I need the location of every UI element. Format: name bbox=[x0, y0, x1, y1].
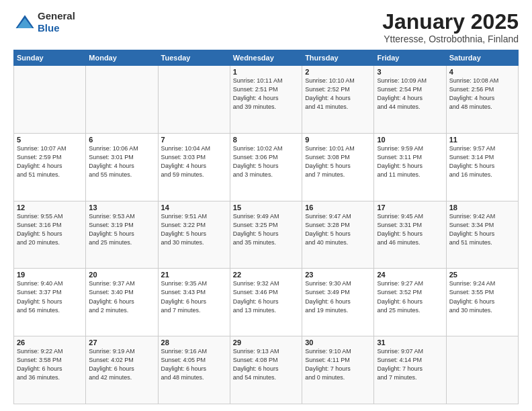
day-detail: Sunrise: 9:45 AM Sunset: 3:31 PM Dayligh… bbox=[377, 212, 443, 247]
day-detail: Sunrise: 9:10 AM Sunset: 4:11 PM Dayligh… bbox=[305, 347, 371, 382]
day-detail: Sunrise: 9:55 AM Sunset: 3:16 PM Dayligh… bbox=[17, 212, 83, 247]
col-thursday: Thursday bbox=[302, 50, 374, 66]
day-detail: Sunrise: 9:30 AM Sunset: 3:49 PM Dayligh… bbox=[305, 279, 371, 314]
calendar-week-row: 12Sunrise: 9:55 AM Sunset: 3:16 PM Dayli… bbox=[14, 201, 519, 269]
calendar-subtitle: Ytteresse, Ostrobothnia, Finland bbox=[382, 34, 519, 44]
logo: General Blue bbox=[13, 10, 75, 34]
table-cell: 25Sunrise: 9:24 AM Sunset: 3:55 PM Dayli… bbox=[446, 269, 518, 336]
day-detail: Sunrise: 9:37 AM Sunset: 3:40 PM Dayligh… bbox=[89, 279, 154, 314]
logo-general: General bbox=[38, 10, 75, 21]
day-detail: Sunrise: 10:08 AM Sunset: 2:56 PM Daylig… bbox=[449, 77, 515, 111]
day-detail: Sunrise: 9:49 AM Sunset: 3:25 PM Dayligh… bbox=[233, 212, 299, 247]
day-number: 25 bbox=[449, 271, 515, 279]
table-cell: 2Sunrise: 10:10 AM Sunset: 2:52 PM Dayli… bbox=[302, 66, 374, 134]
day-number: 16 bbox=[305, 203, 371, 212]
calendar-header-row: Sunday Monday Tuesday Wednesday Thursday… bbox=[14, 50, 519, 66]
table-cell: 26Sunrise: 9:22 AM Sunset: 3:58 PM Dayli… bbox=[14, 336, 86, 404]
day-detail: Sunrise: 9:59 AM Sunset: 3:11 PM Dayligh… bbox=[377, 144, 443, 179]
table-cell: 23Sunrise: 9:30 AM Sunset: 3:49 PM Dayli… bbox=[302, 269, 374, 336]
calendar-week-row: 26Sunrise: 9:22 AM Sunset: 3:58 PM Dayli… bbox=[14, 336, 519, 404]
day-detail: Sunrise: 9:57 AM Sunset: 3:14 PM Dayligh… bbox=[449, 144, 515, 179]
day-number: 30 bbox=[305, 338, 371, 347]
col-saturday: Saturday bbox=[446, 50, 518, 66]
day-number: 2 bbox=[305, 68, 371, 76]
day-detail: Sunrise: 9:35 AM Sunset: 3:43 PM Dayligh… bbox=[161, 279, 227, 314]
day-number: 22 bbox=[233, 271, 299, 279]
table-cell: 8Sunrise: 10:02 AM Sunset: 3:06 PM Dayli… bbox=[230, 133, 302, 201]
table-cell bbox=[446, 336, 518, 404]
calendar-table: Sunday Monday Tuesday Wednesday Thursday… bbox=[13, 50, 519, 404]
col-tuesday: Tuesday bbox=[158, 50, 230, 66]
table-cell: 31Sunrise: 9:07 AM Sunset: 4:14 PM Dayli… bbox=[374, 336, 446, 404]
day-number: 14 bbox=[161, 203, 227, 212]
table-cell: 19Sunrise: 9:40 AM Sunset: 3:37 PM Dayli… bbox=[14, 269, 86, 336]
day-number: 13 bbox=[89, 203, 154, 212]
calendar-week-row: 5Sunrise: 10:07 AM Sunset: 2:59 PM Dayli… bbox=[14, 133, 519, 201]
table-cell: 12Sunrise: 9:55 AM Sunset: 3:16 PM Dayli… bbox=[14, 201, 86, 269]
day-number: 24 bbox=[377, 271, 443, 279]
logo-icon bbox=[15, 14, 35, 30]
day-detail: Sunrise: 9:42 AM Sunset: 3:34 PM Dayligh… bbox=[449, 212, 515, 247]
day-detail: Sunrise: 10:09 AM Sunset: 2:54 PM Daylig… bbox=[377, 77, 443, 111]
day-number: 11 bbox=[449, 136, 515, 144]
day-number: 12 bbox=[17, 203, 83, 212]
table-cell: 29Sunrise: 9:13 AM Sunset: 4:08 PM Dayli… bbox=[230, 336, 302, 404]
day-detail: Sunrise: 10:01 AM Sunset: 3:08 PM Daylig… bbox=[305, 144, 371, 179]
table-cell: 28Sunrise: 9:16 AM Sunset: 4:05 PM Dayli… bbox=[158, 336, 230, 404]
table-cell: 17Sunrise: 9:45 AM Sunset: 3:31 PM Dayli… bbox=[374, 201, 446, 269]
table-cell: 5Sunrise: 10:07 AM Sunset: 2:59 PM Dayli… bbox=[14, 133, 86, 201]
day-detail: Sunrise: 10:04 AM Sunset: 3:03 PM Daylig… bbox=[161, 144, 227, 179]
day-number: 28 bbox=[161, 338, 227, 347]
day-detail: Sunrise: 10:07 AM Sunset: 2:59 PM Daylig… bbox=[17, 144, 83, 179]
day-detail: Sunrise: 9:40 AM Sunset: 3:37 PM Dayligh… bbox=[17, 279, 83, 314]
day-detail: Sunrise: 10:10 AM Sunset: 2:52 PM Daylig… bbox=[305, 77, 371, 111]
page: General Blue January 2025 Ytteresse, Ost… bbox=[0, 0, 532, 411]
col-monday: Monday bbox=[86, 50, 158, 66]
day-number: 8 bbox=[233, 136, 299, 144]
day-number: 3 bbox=[377, 68, 443, 76]
calendar-week-row: 19Sunrise: 9:40 AM Sunset: 3:37 PM Dayli… bbox=[14, 269, 519, 336]
day-number: 1 bbox=[233, 68, 299, 76]
table-cell bbox=[86, 66, 158, 134]
col-wednesday: Wednesday bbox=[230, 50, 302, 66]
col-sunday: Sunday bbox=[14, 50, 86, 66]
table-cell: 30Sunrise: 9:10 AM Sunset: 4:11 PM Dayli… bbox=[302, 336, 374, 404]
day-number: 27 bbox=[89, 338, 154, 347]
day-number: 6 bbox=[89, 136, 154, 144]
day-detail: Sunrise: 9:07 AM Sunset: 4:14 PM Dayligh… bbox=[377, 347, 443, 382]
day-number: 20 bbox=[89, 271, 154, 279]
table-cell: 3Sunrise: 10:09 AM Sunset: 2:54 PM Dayli… bbox=[374, 66, 446, 134]
table-cell: 7Sunrise: 10:04 AM Sunset: 3:03 PM Dayli… bbox=[158, 133, 230, 201]
table-cell: 15Sunrise: 9:49 AM Sunset: 3:25 PM Dayli… bbox=[230, 201, 302, 269]
table-cell: 14Sunrise: 9:51 AM Sunset: 3:22 PM Dayli… bbox=[158, 201, 230, 269]
col-friday: Friday bbox=[374, 50, 446, 66]
day-detail: Sunrise: 9:13 AM Sunset: 4:08 PM Dayligh… bbox=[233, 347, 299, 382]
day-number: 26 bbox=[17, 338, 83, 347]
day-number: 10 bbox=[377, 136, 443, 144]
table-cell: 24Sunrise: 9:27 AM Sunset: 3:52 PM Dayli… bbox=[374, 269, 446, 336]
day-detail: Sunrise: 9:51 AM Sunset: 3:22 PM Dayligh… bbox=[161, 212, 227, 247]
day-detail: Sunrise: 9:47 AM Sunset: 3:28 PM Dayligh… bbox=[305, 212, 371, 247]
header: General Blue January 2025 Ytteresse, Ost… bbox=[13, 10, 519, 44]
table-cell: 4Sunrise: 10:08 AM Sunset: 2:56 PM Dayli… bbox=[446, 66, 518, 134]
day-number: 19 bbox=[17, 271, 83, 279]
day-detail: Sunrise: 9:16 AM Sunset: 4:05 PM Dayligh… bbox=[161, 347, 227, 382]
day-number: 18 bbox=[449, 203, 515, 212]
table-cell: 18Sunrise: 9:42 AM Sunset: 3:34 PM Dayli… bbox=[446, 201, 518, 269]
day-number: 31 bbox=[377, 338, 443, 347]
day-number: 21 bbox=[161, 271, 227, 279]
day-number: 5 bbox=[17, 136, 83, 144]
day-detail: Sunrise: 9:24 AM Sunset: 3:55 PM Dayligh… bbox=[449, 279, 515, 314]
table-cell: 9Sunrise: 10:01 AM Sunset: 3:08 PM Dayli… bbox=[302, 133, 374, 201]
day-number: 17 bbox=[377, 203, 443, 212]
table-cell: 10Sunrise: 9:59 AM Sunset: 3:11 PM Dayli… bbox=[374, 133, 446, 201]
day-detail: Sunrise: 10:06 AM Sunset: 3:01 PM Daylig… bbox=[89, 144, 154, 179]
day-detail: Sunrise: 9:27 AM Sunset: 3:52 PM Dayligh… bbox=[377, 279, 443, 314]
table-cell: 11Sunrise: 9:57 AM Sunset: 3:14 PM Dayli… bbox=[446, 133, 518, 201]
day-number: 23 bbox=[305, 271, 371, 279]
day-number: 15 bbox=[233, 203, 299, 212]
calendar-title: January 2025 bbox=[382, 10, 519, 34]
day-number: 7 bbox=[161, 136, 227, 144]
day-detail: Sunrise: 10:11 AM Sunset: 2:51 PM Daylig… bbox=[233, 77, 299, 111]
table-cell bbox=[14, 66, 86, 134]
